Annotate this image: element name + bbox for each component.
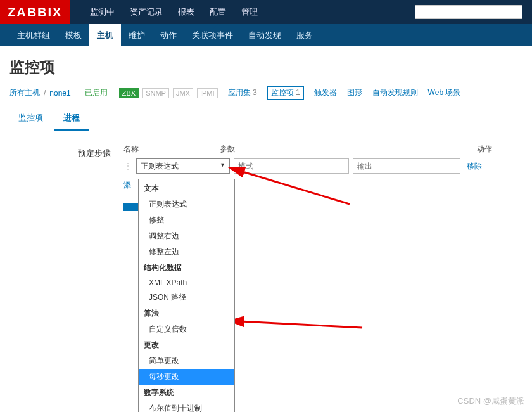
tab-0[interactable]: 监控项 — [10, 107, 52, 131]
dropdown-option[interactable]: 修整左边 — [139, 244, 234, 260]
subnav-item-4[interactable]: 动作 — [153, 24, 184, 46]
dropdown-group: 更改 — [139, 337, 234, 353]
badge-snmp: SNMP — [142, 88, 169, 98]
dropdown-group: 数字系统 — [139, 385, 234, 401]
link-items[interactable]: 监控项 1 — [267, 86, 304, 100]
svg-line-0 — [241, 171, 350, 204]
search-input[interactable] — [415, 5, 522, 19]
dropdown-option[interactable]: 布尔值到十进制 — [139, 401, 234, 412]
dropdown-option[interactable]: 自定义倍数 — [139, 321, 234, 337]
dropdown-group: 算法 — [139, 306, 234, 321]
link-web[interactable]: Web 场景 — [428, 87, 461, 98]
dropdown-option[interactable]: XML XPath — [139, 276, 234, 290]
subnav-item-1[interactable]: 模板 — [58, 24, 89, 46]
sub-nav: 主机群组模板主机维护动作关联项事件自动发现服务 — [0, 24, 532, 46]
output-input[interactable] — [353, 158, 460, 174]
form-area: 预定步骤 名称 参数 动作 ⋮⋮ 正则表达式 移除 添 文本正则表达式修整调整右… — [0, 131, 532, 224]
badge-ipmi: IPMI — [197, 88, 218, 98]
col-params: 参数 — [220, 144, 454, 155]
subnav-item-0[interactable]: 主机群组 — [10, 24, 58, 46]
link-applications[interactable]: 应用集 3 — [228, 87, 257, 98]
col-name: 名称 — [124, 144, 220, 155]
dropdown-option[interactable]: 调整右边 — [139, 228, 234, 244]
dropdown-group: 结构化数据 — [139, 260, 234, 276]
topnav-item-3[interactable]: 配置 — [202, 0, 234, 24]
col-action: 动作 — [454, 144, 492, 155]
status-enabled: 已启用 — [85, 87, 108, 98]
add-link[interactable]: 添 — [124, 180, 131, 191]
arrow-annotation-1 — [236, 166, 362, 219]
link-discovery[interactable]: 自动发现规则 — [372, 87, 418, 98]
subnav-item-6[interactable]: 自动发现 — [241, 24, 289, 46]
remove-link[interactable]: 移除 — [467, 161, 482, 172]
tab-1[interactable]: 进程 — [54, 107, 89, 131]
badge-jmx: JMX — [173, 88, 193, 98]
step-type-select[interactable]: 正则表达式 — [136, 158, 230, 174]
topnav-item-1[interactable]: 资产记录 — [122, 0, 170, 24]
topbar: ZABBIX 监测中资产记录报表配置管理 — [0, 0, 532, 24]
dropdown-group: 文本 — [139, 181, 234, 196]
topnav-item-4[interactable]: 管理 — [234, 0, 265, 24]
subnav-item-2[interactable]: 主机 — [89, 24, 121, 46]
logo: ZABBIX — [0, 0, 70, 24]
breadcrumb: 所有主机 / none1 已启用 ZBX SNMP JMX IPMI 应用集 3… — [0, 86, 532, 107]
arrow-annotation-2 — [236, 315, 375, 342]
breadcrumb-all-hosts[interactable]: 所有主机 — [10, 87, 40, 98]
breadcrumb-sep: / — [44, 89, 46, 98]
tabs: 监控项进程 — [0, 107, 532, 131]
top-nav: 监测中资产记录报表配置管理 — [82, 0, 265, 24]
drag-handle-icon[interactable]: ⋮⋮ — [124, 161, 132, 171]
dropdown-option[interactable]: 简单更改 — [139, 353, 234, 369]
badge-zbx: ZBX — [119, 88, 139, 98]
dropdown-option[interactable]: JSON 路径 — [139, 290, 234, 306]
dropdown-option[interactable]: 修整 — [139, 212, 234, 228]
breadcrumb-host[interactable]: none1 — [49, 89, 70, 98]
search-box — [415, 0, 522, 24]
svg-line-1 — [241, 321, 362, 328]
page-title: 监控项 — [0, 46, 532, 86]
subnav-item-7[interactable]: 服务 — [289, 24, 320, 46]
topnav-item-2[interactable]: 报表 — [170, 0, 202, 24]
steps-label: 预定步骤 — [10, 144, 124, 159]
subnav-item-3[interactable]: 维护 — [121, 24, 153, 46]
topnav-item-0[interactable]: 监测中 — [82, 0, 122, 24]
dropdown-menu: 文本正则表达式修整调整右边修整左边结构化数据XML XPathJSON 路径算法… — [138, 179, 235, 412]
link-graphs[interactable]: 图形 — [347, 87, 362, 98]
dropdown-option[interactable]: 正则表达式 — [139, 196, 234, 212]
watermark: CSDN @咸蛋黄派 — [457, 396, 524, 407]
dropdown-option[interactable]: 每秒更改 — [139, 369, 234, 385]
link-triggers[interactable]: 触发器 — [314, 87, 337, 98]
